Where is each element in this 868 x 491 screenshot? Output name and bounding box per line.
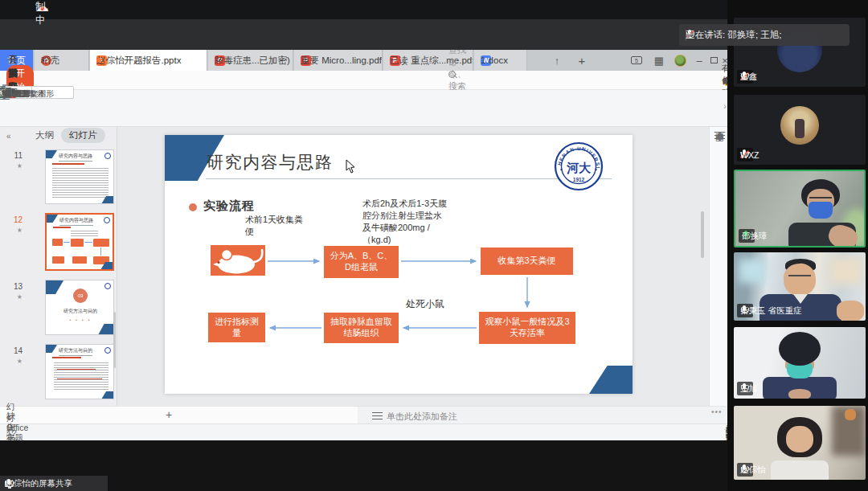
slide-12: 研究内容与思路 HENAN UNIVERSITY 河大 1912 实验流程 术前… — [165, 135, 633, 394]
flow-box-groups[interactable]: 分为A、B、C、D组老鼠 — [324, 246, 399, 278]
participant-tile[interactable]: WXZ — [734, 95, 866, 165]
annotation-preop[interactable]: 术前1天收集粪便 — [245, 214, 311, 238]
ribbon: 粘贴 ▾ ✂ 剪切 ⧉ 复制 ✎格式刷 ▶当页开始 ▾ 新建幻灯片 ▾ 版式 ▾… — [0, 90, 730, 127]
pin-tab-icon[interactable]: ↑ — [551, 50, 563, 71]
bullet-dot — [189, 203, 197, 211]
slide-title[interactable]: 研究内容与思路 — [207, 151, 334, 174]
slide-thumbnail-11[interactable]: 研究内容与思路 — [45, 149, 114, 204]
person-body — [771, 460, 829, 480]
canvas-bottom-strip: + — [0, 406, 358, 423]
person-mask — [809, 202, 833, 219]
slide-number: 13 — [6, 282, 23, 291]
tab-outline[interactable]: 大纲 — [35, 129, 54, 141]
mouse-illustration — [211, 245, 265, 276]
animation-star-icon: ★ — [6, 293, 23, 301]
animation-star-icon: ★ — [6, 227, 23, 234]
missing-font-label[interactable]: 缺失字体 — [6, 411, 15, 441]
flow-box-measure[interactable]: 进行指标测量 — [208, 313, 265, 342]
participant-chip: 董鑫 — [737, 70, 753, 84]
mini-logo-icon — [104, 347, 111, 354]
recording-label: 录制中 — [35, 0, 46, 27]
meeting-window: ☁ 录制中 正在讲话: 邵换璋; 王旭; ↗ ↩ 首页 ✿ 稻壳 P 赵倧怡开题… — [0, 0, 868, 491]
slide-thumbnail-13[interactable]: 03 研究方法与目的 • • • • — [45, 280, 114, 335]
annotation-injection[interactable]: 术后2h及术后1-3天腹腔分别注射生理盐水及牛磺酸200mg /（kg.d) — [362, 198, 449, 245]
participant-tile-speaking[interactable]: 邵换璋 — [734, 170, 866, 248]
notes-placeholder[interactable]: 单击此处添加备注 — [387, 411, 457, 423]
account-avatar[interactable] — [672, 50, 688, 71]
participant-tile[interactable]: 赵倧怡 — [734, 406, 866, 480]
mini-logo-icon — [104, 153, 111, 159]
section-label[interactable]: 实验流程 — [203, 198, 255, 214]
svg-text:河大: 河大 — [566, 161, 592, 174]
participants-sidebar: 董鑫 WXZ 邵换璋 — [727, 0, 868, 491]
unsaved-dot-icon — [96, 58, 101, 63]
flow-box-observe[interactable]: 观察小鼠一般情况及3天存活率 — [479, 312, 575, 344]
flow-box-collect[interactable]: 收集第3天粪便 — [481, 248, 573, 275]
person-hands — [788, 389, 811, 399]
mini-logo-icon — [104, 217, 110, 223]
person-face — [786, 426, 813, 452]
participant-chip: 邵换璋 — [739, 229, 755, 243]
background-blur — [739, 259, 766, 283]
person-hair — [779, 332, 821, 366]
annotation-sacrifice[interactable]: 处死小鼠 — [406, 297, 444, 310]
new-slide-plus-button[interactable]: + — [166, 408, 172, 421]
adjust-settings-icon[interactable] — [714, 132, 725, 139]
statusbar: 幻灯片 12 / 25 Office 主题 T? 缺失字体 ◇ 智能美化 ▴ 备… — [0, 423, 730, 440]
participant-chip: 王旭 — [737, 382, 753, 395]
background-blur — [830, 257, 862, 284]
avatar-figure — [795, 119, 805, 138]
participant-tile[interactable]: 王旭 — [734, 327, 866, 399]
slide-number: 11 — [6, 151, 23, 160]
tab-pdf-2[interactable]: P 重要 Micro...ling.pdf — [294, 50, 383, 71]
meeting-toolbar — [0, 19, 727, 50]
panel-collapse-icon[interactable]: « — [6, 132, 11, 141]
tab-presentation-active[interactable]: P 赵倧怡开题报告.pptx — [90, 50, 207, 71]
section-number-badge: 03 — [73, 288, 88, 303]
participant-chip: 赵倧怡 — [737, 463, 753, 477]
reply-arrow-icon[interactable]: ↩ — [686, 29, 694, 41]
notes-more-icon[interactable]: ••• — [711, 407, 723, 416]
svg-text:1912: 1912 — [573, 177, 585, 182]
speaking-toast: 正在讲话: 邵换璋; 王旭; ↗ ↩ — [679, 24, 850, 46]
person-glasses — [809, 197, 832, 201]
tab-pdf-1[interactable]: P 脓毒症患...已加密) — [208, 50, 293, 71]
corner-decoration — [589, 366, 633, 394]
integration-mode-icon[interactable]: 5 — [628, 50, 645, 71]
mouse-image-box[interactable] — [211, 245, 265, 276]
participant-chip: 秦秉玉 省医重症 — [737, 304, 753, 317]
notes-icon — [372, 412, 383, 419]
ribbon-expand-icon[interactable]: › — [723, 101, 727, 111]
menubar: ☰ 文件 ▤ ↧ ▦ ⊡ ↶ ↷ ▾ 开始 插入 设计 切换 动画 放映 审阅 … — [0, 71, 730, 90]
tab-slides[interactable]: 幻灯片 — [61, 128, 105, 143]
slide-thumbnail-14[interactable]: 研究方法与目的 — [45, 344, 114, 399]
flow-box-blood[interactable]: 抽取静脉血留取结肠组织 — [324, 313, 399, 343]
screen-share-label: 赵倧怡的屏幕共享 — [5, 478, 72, 489]
mouse-cursor — [345, 159, 354, 174]
canvas-scrollbar[interactable] — [701, 211, 704, 258]
participant-chip: WXZ — [737, 148, 753, 162]
screen-share-indicator[interactable]: 赵倧怡的屏幕共享 — [0, 476, 108, 491]
tab-docer[interactable]: ✿ 稻壳 — [35, 50, 89, 71]
title-underline — [206, 178, 612, 179]
participant-tile[interactable]: 秦秉玉 省医重症 — [734, 252, 866, 321]
henan-university-logo[interactable]: HENAN UNIVERSITY 河大 1912 — [554, 141, 604, 191]
speaking-status: 正在讲话: 邵换璋; 王旭; — [686, 29, 781, 41]
mini-logo-icon — [104, 283, 111, 289]
animation-star-icon: ★ — [6, 162, 23, 170]
slides-panel: « 大纲 幻灯片 11 ★ 研究内容与思路 12 ★ 研究内容与思路 — [0, 127, 117, 406]
notes-bar[interactable]: 单击此处添加备注 ••• — [358, 406, 730, 423]
slide-thumbnail-12-selected[interactable]: 研究内容与思路 — [45, 213, 114, 271]
restore-button[interactable] — [707, 50, 720, 71]
wps-window: 首页 ✿ 稻壳 P 赵倧怡开题报告.pptx P 脓毒症患...已加密) P 重… — [0, 50, 730, 440]
meeting-titlebar — [0, 0, 727, 19]
tab-grid-icon[interactable]: ▦ — [653, 50, 665, 71]
person-glasses — [788, 275, 811, 280]
person-arm — [837, 301, 864, 321]
animation-star-icon: ★ — [6, 358, 23, 365]
document-tabstrip: 首页 ✿ 稻壳 P 赵倧怡开题报告.pptx P 脓毒症患...已加密) P 重… — [0, 50, 730, 71]
new-tab-button[interactable]: + — [575, 50, 588, 71]
tab-docx[interactable]: W 1.docx — [474, 50, 527, 71]
minimize-button[interactable]: – — [693, 50, 706, 71]
panel-scrollbar[interactable] — [113, 312, 116, 368]
